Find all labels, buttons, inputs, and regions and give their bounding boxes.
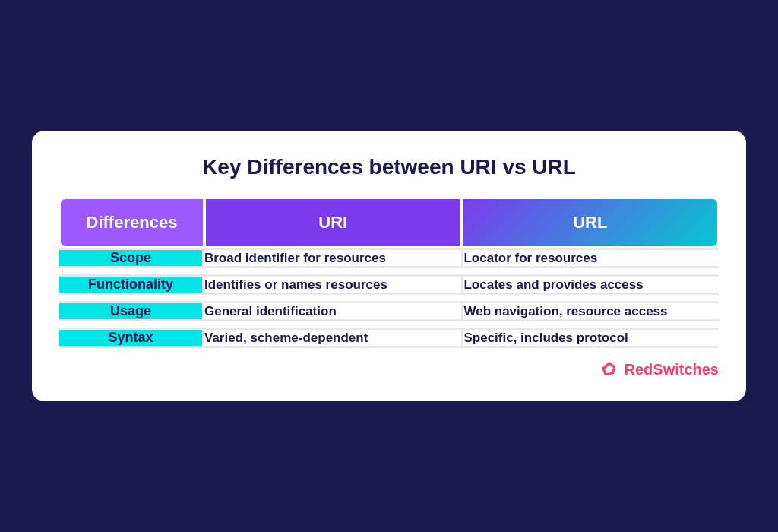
main-card: Key Differences between URI vs URL Diffe… <box>32 131 746 401</box>
redswitches-icon <box>599 359 620 380</box>
row-url-value: Specific, includes protocol <box>461 328 719 348</box>
table-header-row: Differences URI URL <box>59 198 719 248</box>
table-row: SyntaxVaried, scheme-dependentSpecific, … <box>59 328 719 348</box>
row-url-value: Locator for resources <box>461 248 719 268</box>
logo-brand: Red <box>625 361 653 378</box>
row-spacer <box>59 268 719 274</box>
header-differences: Differences <box>59 198 204 248</box>
row-uri-value: Broad identifier for resources <box>204 248 462 268</box>
logo-rest: Switches <box>653 361 719 378</box>
row-url-value: Web navigation, resource access <box>461 301 719 321</box>
header-url: URL <box>461 198 719 248</box>
table-row: UsageGeneral identificationWeb navigatio… <box>59 301 719 321</box>
table-row: ScopeBroad identifier for resourcesLocat… <box>59 248 719 268</box>
header-uri: URI <box>204 198 462 248</box>
comparison-table: Differences URI URL ScopeBroad identifie… <box>59 198 719 348</box>
page-title: Key Differences between URI vs URL <box>59 155 719 179</box>
row-label: Functionality <box>59 274 204 295</box>
table-body: ScopeBroad identifier for resourcesLocat… <box>59 248 719 348</box>
row-label: Syntax <box>59 328 204 348</box>
logo-area: RedSwitches <box>59 359 719 380</box>
row-label: Scope <box>59 248 204 268</box>
row-url-value: Locates and provides access <box>461 274 719 295</box>
logo-text: RedSwitches <box>625 361 719 378</box>
row-spacer <box>59 321 719 328</box>
row-spacer <box>59 295 719 301</box>
table-row: FunctionalityIdentifies or names resourc… <box>59 274 719 295</box>
row-uri-value: General identification <box>204 301 462 321</box>
row-uri-value: Identifies or names resources <box>204 274 462 295</box>
row-label: Usage <box>59 301 204 321</box>
row-uri-value: Varied, scheme-dependent <box>204 328 462 348</box>
